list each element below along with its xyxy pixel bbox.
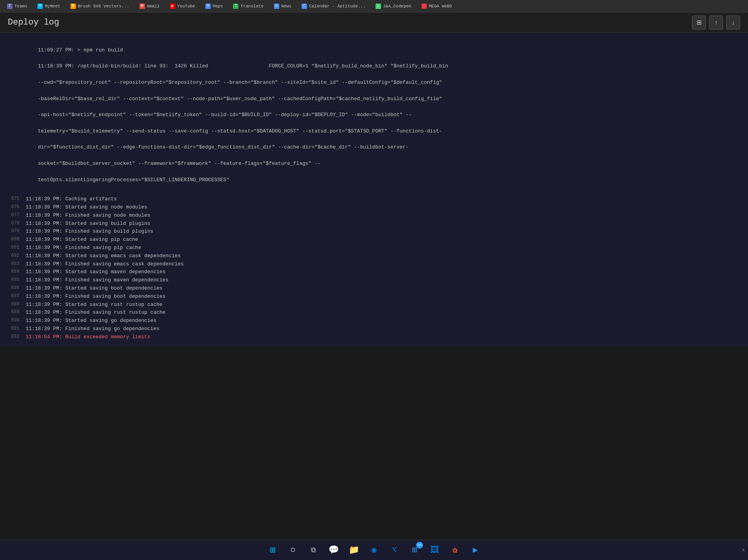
teams-favicon: T: [7, 4, 12, 9]
taskbar-unknown1-button[interactable]: ✿: [446, 542, 464, 559]
log-line-row: 69211:18:54 PM: Build exceeded memory li…: [6, 333, 742, 341]
brush-favicon: B: [71, 4, 76, 9]
taskbar-taskview-button[interactable]: ⧉: [305, 542, 322, 559]
tab-youtube[interactable]: ▶ YouTube: [166, 1, 199, 12]
line-text: 11:18:39 PM: Started saving node modules: [26, 203, 147, 212]
tab-mymeet-label: MyMeet: [45, 4, 60, 9]
taskbar-explorer-button[interactable]: 📁: [345, 542, 362, 559]
tab-codepen-label: J&A_Codepen: [383, 4, 411, 9]
log-line-row: 68611:18:39 PM: Started saving boot depe…: [6, 284, 742, 293]
copy-button[interactable]: ⊞: [692, 16, 706, 30]
log-line-row: 68411:18:39 PM: Started saving maven dep…: [6, 268, 742, 276]
line-text: 11:18:39 PM: Finished saving emacs cask …: [26, 260, 184, 269]
scroll-up-button[interactable]: ↑: [709, 16, 723, 30]
log-line-row: 68911:18:39 PM: Finished saving rust rus…: [6, 309, 742, 317]
log-header-line-8: testOpts.silentLingeringProcesses="$SILE…: [38, 177, 229, 183]
tab-codepen[interactable]: ✏ J&A_Codepen: [372, 1, 415, 12]
tab-maps[interactable]: M Maps: [201, 1, 227, 12]
mymeet-favicon: M: [37, 4, 43, 9]
log-line-row: 68311:18:39 PM: Finished saving emacs ca…: [6, 260, 742, 269]
youtube-favicon: ▶: [170, 4, 175, 9]
line-text: 11:18:39 PM: Finished saving pip cache: [26, 244, 141, 252]
taskbar-search-button[interactable]: ○: [284, 542, 302, 559]
translate-favicon: T: [233, 4, 238, 9]
calendar-favicon: C: [302, 4, 307, 9]
log-line-row: 68111:18:39 PM: Finished saving pip cach…: [6, 244, 742, 252]
log-line-row: 67611:18:39 PM: Started saving node modu…: [6, 203, 742, 212]
down-arrow-icon: ↓: [732, 19, 735, 26]
line-text: 11:18:39 PM: Finished saving go dependen…: [26, 325, 159, 333]
line-number: 686: [6, 284, 26, 293]
tab-calendar[interactable]: C Calendar - Aptitude...: [298, 1, 369, 12]
line-text: 11:18:39 PM: Started saving boot depende…: [26, 284, 162, 293]
log-line-row: 67511:18:39 PM: Caching artifacts: [6, 195, 742, 203]
line-text: 11:18:39 PM: Finished saving build plugi…: [26, 228, 153, 236]
log-line-row: 68511:18:39 PM: Finished saving maven de…: [6, 276, 742, 284]
taskbar-edge-button[interactable]: ◉: [365, 542, 383, 559]
header-actions: ⊞ ↑ ↓: [692, 16, 740, 30]
log-line-row: 68211:18:39 PM: Started saving emacs cas…: [6, 252, 742, 260]
log-header-line-2: --cwd="$repository_root" --repositoryRoo…: [38, 79, 442, 85]
log-line-row: 67811:18:39 PM: Started saving build plu…: [6, 220, 742, 228]
log-line-row: 67711:18:39 PM: Finished saving node mod…: [6, 212, 742, 220]
log-line-row: 69111:18:39 PM: Finished saving go depen…: [6, 325, 742, 333]
line-text: 11:18:39 PM: Finished saving rust rustup…: [26, 309, 166, 317]
line-number: 689: [6, 309, 26, 317]
log-header-line-1: 11:18:39 PM: /opt/build-bin/build: line …: [38, 63, 448, 69]
log-header-block: 11:09:27 PM: > npm run build 11:18:39 PM…: [0, 37, 748, 194]
tab-mymeet[interactable]: M MyMeet: [34, 1, 64, 12]
taskbar: ⊞ ○ ⧉ 💬 📁 ◉ ⌥ ⊞ 64 🖼 ✿ ▶ ∧: [0, 540, 748, 560]
tab-mcga[interactable]: ⬡ MEGA WeBD: [418, 1, 456, 12]
line-number: 684: [6, 268, 26, 276]
page-header: Deploy log ⊞ ↑ ↓: [0, 12, 748, 33]
tab-teams-label: Teams: [14, 4, 27, 9]
tab-teams[interactable]: T Teams: [3, 1, 31, 12]
line-text: 11:18:54 PM: Build exceeded memory limit…: [26, 333, 150, 341]
maps-favicon: M: [205, 4, 211, 9]
log-line-row: 68011:18:39 PM: Started saving pip cache: [6, 236, 742, 244]
gmail-favicon: M: [139, 4, 145, 9]
line-number: 678: [6, 220, 26, 228]
log-header-line-7: socket="$buildbot_server_socket" --frame…: [38, 161, 321, 166]
taskbar-notifications-wrap: ⊞ 64: [406, 542, 423, 559]
up-arrow-icon: ↑: [714, 19, 718, 26]
tab-translate-label: Translate: [240, 4, 263, 9]
tab-gmail[interactable]: M Gmail: [136, 1, 164, 12]
log-line-row: 69011:18:39 PM: Started saving go depend…: [6, 317, 742, 325]
taskbar-unknown2-button[interactable]: ▶: [467, 542, 484, 559]
taskbar-chat-button[interactable]: 💬: [325, 542, 342, 559]
line-text: 11:18:39 PM: Started saving rust rustup …: [26, 301, 162, 309]
line-text: 11:18:39 PM: Finished saving node module…: [26, 212, 150, 220]
tab-translate[interactable]: T Translate: [229, 1, 267, 12]
log-area: 11:09:27 PM: > npm run build 11:18:39 PM…: [0, 33, 748, 346]
taskbar-chevron[interactable]: ∧: [742, 540, 745, 560]
tab-news[interactable]: N News: [270, 1, 295, 12]
line-number: 676: [6, 203, 26, 212]
page-title: Deploy log: [8, 18, 59, 27]
log-header-line-0: 11:09:27 PM: > npm run build: [38, 47, 123, 53]
codepen-favicon: ✏: [376, 4, 381, 9]
line-text: 11:18:39 PM: Started saving emacs cask d…: [26, 252, 181, 260]
line-number: 682: [6, 252, 26, 260]
line-number: 692: [6, 333, 26, 341]
notification-badge: 64: [416, 542, 423, 549]
log-header-line-3: -baseRelDir="$base_rel_dir" --context="$…: [38, 96, 442, 102]
taskbar-vscode-button[interactable]: ⌥: [386, 542, 403, 559]
log-header-line-5: telemetry="$build_telemetry" --send-stat…: [38, 128, 442, 134]
tab-brush-label: Brush SVG Vectors...: [78, 4, 129, 9]
browser-tabs-bar: T Teams M MyMeet B Brush SVG Vectors... …: [0, 0, 748, 12]
line-text: 11:18:39 PM: Started saving build plugin…: [26, 220, 150, 228]
log-line-row: 68811:18:39 PM: Started saving rust rust…: [6, 301, 742, 309]
log-line-row: 67911:18:39 PM: Finished saving build pl…: [6, 228, 742, 236]
line-number: 677: [6, 212, 26, 220]
line-number: 680: [6, 236, 26, 244]
line-number: 679: [6, 228, 26, 236]
tab-gmail-label: Gmail: [147, 4, 160, 9]
scroll-down-button[interactable]: ↓: [726, 16, 740, 30]
tab-mcga-label: MEGA WeBD: [429, 4, 452, 9]
taskbar-photos-button[interactable]: 🖼: [426, 542, 443, 559]
taskbar-start-button[interactable]: ⊞: [264, 542, 281, 559]
tab-brush[interactable]: B Brush SVG Vectors...: [67, 1, 133, 12]
news-favicon: N: [274, 4, 279, 9]
tab-maps-label: Maps: [213, 4, 223, 9]
